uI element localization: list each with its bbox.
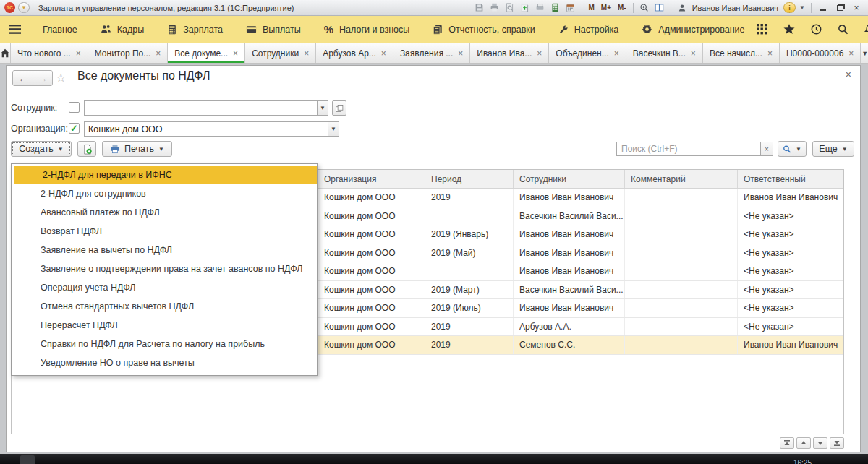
employee-filter-checkbox[interactable] — [69, 102, 80, 113]
tab-list-caret-icon[interactable]: ▼ — [861, 43, 868, 63]
title-bar: 1С ▼ Зарплата и управление персоналом, р… — [0, 0, 868, 16]
tab[interactable]: Сотрудники× — [245, 43, 316, 63]
more-button[interactable]: Еще▼ — [812, 141, 854, 157]
menu-section-кадры[interactable]: Кадры — [89, 16, 156, 43]
organization-filter-input[interactable] — [84, 121, 328, 137]
calendar-icon[interactable] — [564, 2, 577, 14]
close-button[interactable]: × — [849, 2, 864, 14]
menu-section-администрирование[interactable]: Администрирование — [630, 16, 756, 43]
tab[interactable]: Иванов Ива...× — [470, 43, 549, 63]
create-menu-item[interactable]: 2-НДФЛ для передачи в ИФНС — [14, 166, 317, 184]
tab-close-icon[interactable]: × — [458, 49, 463, 58]
search-input[interactable] — [616, 142, 761, 156]
go-previous-button[interactable] — [796, 437, 811, 449]
split-view-icon[interactable] — [653, 2, 666, 14]
menu-section-налоги-и-взносы[interactable]: %Налоги и взносы — [312, 16, 422, 43]
info-button[interactable]: i — [783, 2, 796, 13]
tab-close-icon[interactable]: × — [156, 49, 161, 58]
m-button[interactable]: M — [587, 4, 597, 12]
form-close-icon[interactable]: × — [846, 69, 851, 80]
tab-close-icon[interactable]: × — [848, 49, 854, 58]
forward-button[interactable]: → — [33, 71, 52, 85]
menu-section-настройка[interactable]: Настройка — [547, 16, 631, 43]
global-search-button[interactable] — [838, 24, 848, 35]
tab-close-icon[interactable]: × — [767, 49, 773, 58]
employee-filter-input[interactable] — [84, 100, 317, 116]
create-menu-item[interactable]: Возврат НДФЛ — [12, 222, 317, 241]
go-first-button[interactable] — [780, 437, 794, 449]
create-menu-item[interactable]: Уведомление НО о праве на вычеты — [12, 353, 317, 372]
create-menu-item[interactable]: Отмена стандартных вычетов НДФЛ — [12, 297, 317, 316]
create-menu-item[interactable]: Заявление о подтверждении права на зачет… — [12, 259, 317, 278]
table-header-cell[interactable]: Период — [425, 170, 514, 188]
m-plus-button[interactable]: M+ — [599, 4, 613, 12]
print-preview-icon[interactable] — [503, 2, 516, 14]
create-menu-item[interactable]: Справки по НДФЛ для Расчета по налогу на… — [12, 335, 317, 353]
m-minus-button[interactable]: M- — [616, 4, 629, 12]
tab-close-icon[interactable]: × — [537, 49, 542, 58]
tab-label: Заявления ... — [400, 48, 453, 59]
print-icon[interactable] — [488, 2, 501, 14]
employee-dropdown-icon[interactable]: ▼ — [317, 100, 328, 116]
tab-close-icon[interactable]: × — [381, 49, 386, 58]
tab-close-icon[interactable]: × — [691, 49, 696, 58]
tab[interactable]: Заявления ...× — [393, 43, 470, 63]
organization-dropdown-icon[interactable]: ▼ — [328, 121, 339, 137]
tab-label: Все докуме... — [174, 48, 228, 59]
taskbar-item[interactable] — [20, 455, 35, 464]
create-menu-item[interactable]: Перерасчет НДФЛ — [12, 316, 317, 335]
create-menu-item[interactable]: 2-НДФЛ для сотрудников — [12, 184, 317, 203]
employee-open-button[interactable] — [332, 100, 346, 116]
create-menu-item[interactable]: Авансовый платеж по НДФЛ — [12, 203, 317, 222]
tab-bar: Что нового ...×Монитор По...×Все докуме.… — [0, 43, 868, 64]
create-by-copy-button[interactable] — [77, 141, 96, 157]
create-menu-item[interactable]: Операция учета НДФЛ — [12, 278, 317, 297]
tab-close-icon[interactable]: × — [233, 49, 238, 58]
search-clear-icon[interactable]: × — [761, 142, 773, 156]
history-button[interactable] — [811, 24, 822, 35]
menu-section-главное[interactable]: Главное — [31, 16, 89, 43]
tab[interactable]: Все докуме...× — [168, 43, 245, 63]
zoom-icon[interactable] — [638, 2, 651, 14]
minimize-button[interactable] — [816, 2, 830, 14]
service-menu-button[interactable] — [757, 24, 767, 35]
search-button[interactable]: ▼ — [778, 141, 807, 157]
main-menu-icon[interactable] — [9, 21, 21, 38]
home-tab[interactable] — [0, 43, 11, 63]
current-user-name[interactable]: Иванов Иван Иванович — [692, 4, 778, 12]
menu-section-зарплата[interactable]: Зарплата — [156, 16, 234, 43]
go-next-button[interactable] — [813, 437, 827, 449]
calculator-icon[interactable] — [549, 2, 562, 14]
favorite-star-icon[interactable]: ☆ — [56, 71, 66, 85]
save-icon[interactable] — [473, 2, 486, 14]
tab[interactable]: Монитор По...× — [88, 43, 169, 63]
tab[interactable]: Что нового ...× — [11, 43, 88, 63]
favorites-button[interactable] — [783, 24, 795, 35]
fax-icon[interactable] — [534, 2, 547, 14]
notifications-button[interactable] — [864, 24, 868, 35]
system-menu-button[interactable]: ▼ — [18, 2, 30, 13]
table-header-cell[interactable]: Сотрудники — [514, 170, 625, 188]
create-button[interactable]: Создать▼ — [11, 141, 72, 157]
back-button[interactable]: ← — [13, 71, 33, 85]
create-menu-item[interactable]: Заявление на вычеты по НДФЛ — [12, 241, 317, 259]
organization-filter-checkbox[interactable]: ✓ — [69, 123, 80, 134]
tab[interactable]: Объединен...× — [549, 43, 626, 63]
go-last-button[interactable] — [830, 437, 844, 449]
tab[interactable]: Арбузов Ар...× — [316, 43, 393, 63]
table-header-cell[interactable]: Ответственный — [738, 170, 843, 188]
tab[interactable]: Все начисл...× — [703, 43, 780, 63]
tab-close-icon[interactable]: × — [614, 49, 619, 58]
info-caret-icon[interactable]: ▼ — [798, 4, 807, 11]
table-header-cell[interactable]: Организация — [318, 170, 425, 188]
tab-close-icon[interactable]: × — [304, 49, 309, 58]
table-header-cell[interactable]: Комментарий — [625, 170, 738, 188]
tab-close-icon[interactable]: × — [76, 49, 81, 58]
tab[interactable]: Васечкин В...× — [626, 43, 703, 63]
menu-section-отчетность-справки[interactable]: Отчетность, справки — [421, 16, 547, 43]
print-button[interactable]: Печать▼ — [102, 141, 172, 157]
restore-button[interactable] — [833, 2, 847, 14]
send-icon[interactable] — [519, 2, 532, 14]
tab[interactable]: Н0000-000006× — [780, 43, 861, 63]
menu-section-выплаты[interactable]: Выплаты — [234, 16, 312, 43]
